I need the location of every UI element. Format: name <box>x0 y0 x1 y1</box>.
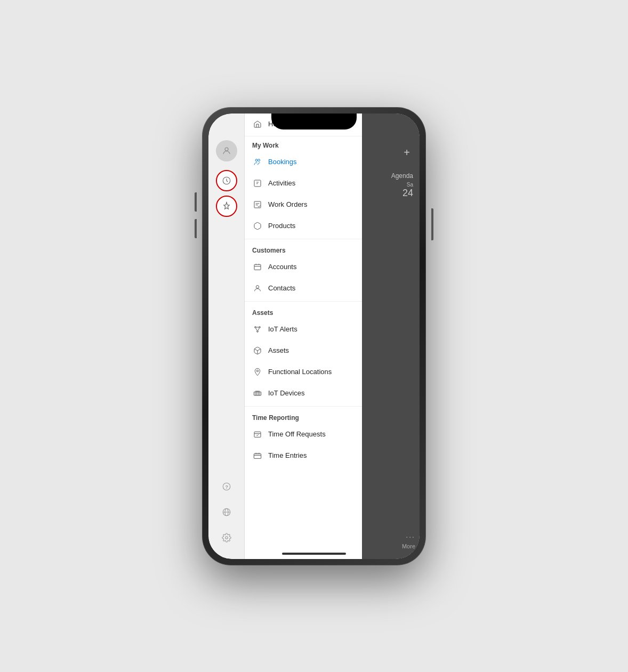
iotdevices-icon <box>252 388 263 399</box>
menu-item-iotalerts[interactable]: IoT Alerts <box>245 319 362 340</box>
accounts-label: Accounts <box>268 263 355 271</box>
divider-1 <box>245 239 362 239</box>
svg-line-26 <box>258 328 260 330</box>
section-header-mywork: My Work <box>245 136 362 151</box>
accounts-icon <box>252 262 263 272</box>
svg-point-21 <box>255 326 256 328</box>
workorders-label: Work Orders <box>268 200 355 208</box>
section-header-timereporting: Time Reporting <box>245 409 362 424</box>
settings-icon-button[interactable] <box>216 527 237 548</box>
menu-item-bookings[interactable]: Bookings <box>245 151 362 173</box>
date-day: Sa <box>402 182 413 188</box>
svg-rect-29 <box>254 392 261 395</box>
svg-rect-10 <box>254 180 261 187</box>
menu-item-functionallocations[interactable]: Functional Locations <box>245 361 362 383</box>
activities-label: Activities <box>268 179 355 187</box>
agenda-label: Agenda <box>391 172 415 180</box>
home-icon <box>252 119 263 129</box>
divider-3 <box>245 406 362 407</box>
functionallocations-label: Functional Locations <box>268 368 355 376</box>
svg-point-7 <box>225 536 228 539</box>
svg-point-23 <box>257 330 259 332</box>
pin-icon-button[interactable] <box>216 196 237 217</box>
iotalerts-icon <box>252 324 263 335</box>
menu-panel: Home → My Work <box>245 114 362 559</box>
iotdevices-label: IoT Devices <box>268 389 355 397</box>
menu-item-workorders[interactable]: Work Orders <box>245 194 362 215</box>
timeentries-icon <box>252 450 263 461</box>
section-header-customers: Customers <box>245 241 362 256</box>
svg-point-20 <box>256 285 259 288</box>
vol-up-button <box>195 192 197 212</box>
notch <box>271 114 357 129</box>
right-top: + <box>366 140 415 161</box>
contacts-label: Contacts <box>268 284 355 292</box>
products-label: Products <box>268 222 355 230</box>
timeoffrequests-icon <box>252 429 263 440</box>
timeentries-label: Time Entries <box>268 451 355 459</box>
phone-screen: ? <box>208 114 420 559</box>
recent-icon-button[interactable] <box>216 170 237 191</box>
svg-point-22 <box>259 326 261 328</box>
sidebar: ? <box>208 114 245 559</box>
sidebar-bottom: ? <box>216 476 237 559</box>
timeoffrequests-label: Time Off Requests <box>268 430 355 438</box>
menu-item-timeentries[interactable]: Time Entries <box>245 445 362 466</box>
right-panel: + Agenda Sa 24 ··· More <box>362 114 420 559</box>
svg-rect-35 <box>254 432 261 437</box>
svg-point-0 <box>225 148 228 151</box>
phone-frame: ? <box>202 107 426 565</box>
iotalerts-label: IoT Alerts <box>268 325 355 333</box>
screen-content: ? <box>208 114 420 559</box>
svg-line-25 <box>256 328 257 330</box>
section-header-assets: Assets <box>245 304 362 319</box>
help-icon-button[interactable]: ? <box>216 476 237 497</box>
more-label: More <box>402 543 415 549</box>
menu-item-products[interactable]: Products <box>245 215 362 237</box>
contacts-icon <box>252 283 263 294</box>
bookings-label: Bookings <box>268 158 355 166</box>
functionallocations-icon <box>252 367 263 377</box>
add-button[interactable]: + <box>398 144 415 161</box>
svg-point-9 <box>258 159 260 161</box>
right-bottom: ··· More <box>402 532 415 555</box>
svg-point-8 <box>255 159 257 161</box>
assets-label: Assets <box>268 346 355 354</box>
menu-item-activities[interactable]: Activities <box>245 173 362 194</box>
screen-container: ? <box>208 114 420 559</box>
vol-down-button <box>195 219 197 238</box>
products-icon <box>252 221 263 231</box>
menu-item-iotdevices[interactable]: IoT Devices <box>245 383 362 404</box>
svg-rect-13 <box>254 201 261 208</box>
assets-icon <box>252 345 263 356</box>
bookings-icon <box>252 157 263 167</box>
svg-rect-16 <box>254 264 261 270</box>
divider-2 <box>245 301 362 302</box>
svg-text:?: ? <box>225 484 228 489</box>
menu-item-accounts[interactable]: Accounts <box>245 256 362 278</box>
date-block: Sa 24 <box>402 182 415 199</box>
activities-icon <box>252 178 263 189</box>
menu-item-contacts[interactable]: Contacts <box>245 278 362 299</box>
svg-rect-37 <box>254 454 261 458</box>
workorders-icon <box>252 199 263 210</box>
svg-point-28 <box>256 370 258 371</box>
globe-icon-button[interactable] <box>216 501 237 523</box>
home-bar <box>282 553 346 555</box>
date-number: 24 <box>402 188 413 199</box>
more-dots-icon[interactable]: ··· <box>406 532 415 541</box>
menu-item-assets[interactable]: Assets <box>245 340 362 361</box>
menu-item-timeoffrequests[interactable]: Time Off Requests <box>245 424 362 445</box>
avatar[interactable] <box>216 140 237 161</box>
power-button <box>431 208 433 240</box>
